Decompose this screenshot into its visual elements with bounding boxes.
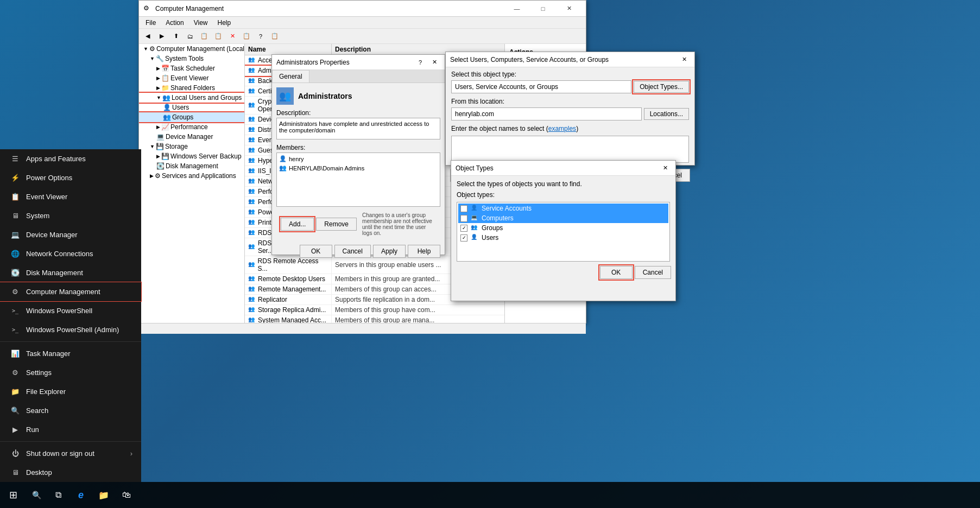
object-types-button[interactable]: Object Types... [634, 81, 689, 93]
obj-types-close-btn[interactable]: ✕ [659, 162, 671, 174]
tree-local-users-groups[interactable]: ▼ 👥 Local Users and Groups [139, 93, 244, 103]
admin-props-close-btn[interactable]: ✕ [428, 56, 440, 68]
select-users-title: Select Users, Computers, Service Account… [450, 56, 676, 63]
sidebar-item-desktop[interactable]: 🖥 Desktop [0, 463, 141, 482]
group-desc-cell: Members of this group are mana... [332, 315, 504, 323]
sidebar-item-search[interactable]: 🔍 Search [0, 401, 141, 420]
group-icon: 👥 [248, 87, 256, 95]
help-button[interactable]: Help [408, 245, 440, 258]
object-type-input[interactable] [451, 80, 631, 93]
task-view-button[interactable]: ⧉ [47, 482, 69, 508]
close-button[interactable]: ✕ [557, 1, 581, 17]
sidebar-item-powershell-admin[interactable]: >_ Windows PowerShell (Admin) [0, 320, 141, 339]
expand-icon: ▶ [156, 124, 160, 130]
tree-performance[interactable]: ▶ 📈 Performance [139, 122, 244, 132]
tree-storage[interactable]: ▼ 💾 Storage [139, 142, 244, 151]
tree-shared-folders[interactable]: ▶ 📁 Shared Folders [139, 83, 244, 93]
ok-button[interactable]: OK [300, 245, 332, 258]
toolbar-extra[interactable]: 📋 [268, 30, 281, 42]
select-users-close-btn[interactable]: ✕ [678, 54, 690, 66]
group-icon: 👥 [248, 77, 256, 85]
sidebar-item-power-options[interactable]: ⚡ Power Options [0, 168, 141, 187]
sidebar-item-system[interactable]: 🖥 System [0, 206, 141, 225]
obj-types-list: ✓ 👤 Service Accounts ✓ 💻 Computers ✓ 👥 G… [457, 202, 670, 262]
sidebar-item-disk-management[interactable]: 💽 Disk Management [0, 263, 141, 282]
toolbar-copy[interactable]: 📋 [198, 30, 211, 42]
tree-users[interactable]: 👤 Users [139, 103, 244, 112]
object-type-label: Select this object type: [446, 67, 694, 79]
object-type-row: Object Types... [446, 79, 694, 94]
toolbar-paste[interactable]: 📋 [212, 30, 225, 42]
users-checkbox[interactable]: ✓ [460, 234, 467, 242]
storage-icon: 💾 [156, 143, 164, 150]
list-item[interactable]: 👥Storage Replica Admi... Members of this… [245, 305, 504, 315]
toolbar-up[interactable]: ⬆ [169, 30, 182, 42]
member-item-henry[interactable]: 👤 henry [278, 154, 439, 163]
toolbar-show-hide[interactable]: 🗂 [184, 30, 197, 42]
toolbar-delete[interactable]: ✕ [226, 30, 239, 42]
menu-file[interactable]: File [141, 18, 160, 28]
object-names-textarea[interactable] [451, 136, 689, 163]
examples-link[interactable]: examples [548, 125, 576, 132]
toolbar-back[interactable]: ◀ [141, 30, 154, 42]
location-input[interactable] [451, 107, 642, 120]
sidebar-item-network-connections[interactable]: 🌐 Network Connections [0, 244, 141, 263]
tree-event-viewer[interactable]: ▶ 📋 Event Viewer [139, 73, 244, 83]
file-explorer-icon: 📁 [11, 388, 20, 396]
toolbar-properties[interactable]: 📋 [240, 30, 253, 42]
sidebar-item-settings[interactable]: ⚙ Settings [0, 363, 141, 382]
remove-button[interactable]: Remove [316, 218, 357, 231]
menu-action[interactable]: Action [161, 18, 188, 28]
computers-checkbox[interactable]: ✓ [460, 215, 467, 222]
toolbar-forward[interactable]: ▶ [155, 30, 168, 42]
device-manager-tree-icon: 💻 [156, 133, 165, 141]
explorer-taskbar-icon[interactable]: 📁 [92, 482, 115, 508]
sidebar-item-event-viewer[interactable]: 📋 Event Viewer [0, 187, 141, 206]
store-taskbar-icon[interactable]: 🛍 [115, 482, 138, 508]
tree-services-apps[interactable]: ▶ ⚙ Services and Applications [139, 171, 244, 181]
sidebar-item-powershell[interactable]: >_ Windows PowerShell [0, 301, 141, 320]
tree-system-tools[interactable]: ▼ 🔧 System Tools [139, 54, 244, 63]
taskbar-search-icon[interactable]: 🔍 [26, 485, 47, 505]
admin-props-help-btn[interactable]: ? [414, 56, 426, 68]
tree-task-scheduler[interactable]: ▶ 📅 Task Scheduler [139, 63, 244, 73]
ie-taskbar-icon[interactable]: e [69, 482, 92, 508]
menu-view[interactable]: View [189, 18, 212, 28]
locations-button[interactable]: Locations... [644, 108, 689, 120]
ot-ok-button[interactable]: OK [600, 266, 633, 279]
ot-item-service-accounts[interactable]: ✓ 👤 Service Accounts [458, 204, 668, 213]
tree-comp-mgmt[interactable]: ▼ ⚙ Computer Management (Local [139, 44, 244, 54]
sidebar-item-computer-management[interactable]: ⚙ Computer Management [0, 282, 141, 301]
system-icon: 🖥 [11, 212, 20, 220]
sidebar-item-shutdown[interactable]: ⏻ Shut down or sign out › [0, 444, 141, 463]
service-accounts-checkbox[interactable]: ✓ [460, 205, 467, 212]
tree-groups[interactable]: 👥 Groups [139, 112, 244, 122]
tree-disk-management[interactable]: 💽 Disk Management [139, 161, 244, 171]
sidebar-item-file-explorer[interactable]: 📁 File Explorer [0, 382, 141, 401]
menu-help[interactable]: Help [213, 18, 236, 28]
tree-windows-backup[interactable]: ▶ 💾 Windows Server Backup [139, 151, 244, 161]
tree-device-manager[interactable]: 💻 Device Manager [139, 132, 244, 142]
minimize-button[interactable]: — [504, 1, 529, 17]
tab-general[interactable]: General [272, 70, 309, 82]
member-item-domain-admins[interactable]: 👥 HENRYLAB\Domain Admins [278, 163, 439, 173]
list-item[interactable]: 👥System Managed Acc... Members of this g… [245, 315, 504, 323]
sidebar-item-task-manager[interactable]: 📊 Task Manager [0, 344, 141, 363]
add-button[interactable]: Add... [281, 218, 314, 231]
groups-checkbox[interactable]: ✓ [460, 225, 467, 232]
toolbar-help[interactable]: ? [254, 30, 267, 42]
sidebar-item-run[interactable]: ▶ Run [0, 420, 141, 439]
cancel-button[interactable]: Cancel [334, 245, 371, 258]
sidebar-item-device-manager[interactable]: 💻 Device Manager [0, 225, 141, 244]
ot-item-groups[interactable]: ✓ 👥 Groups [458, 223, 668, 233]
system-tools-label: System Tools [165, 55, 204, 62]
start-button[interactable]: ⊞ [0, 482, 26, 508]
apply-button[interactable]: Apply [373, 245, 406, 258]
ot-item-users[interactable]: ✓ 👤 Users [458, 233, 668, 243]
ot-item-computers[interactable]: ✓ 💻 Computers [458, 213, 668, 223]
admin-props-titlebar: Administrators Properties ? ✕ [272, 55, 445, 70]
sidebar-item-apps-features[interactable]: ☰ Apps and Features [0, 149, 141, 168]
maximize-button[interactable]: □ [530, 1, 555, 17]
ot-cancel-button[interactable]: Cancel [635, 266, 671, 279]
group-icon: 👥 [248, 306, 256, 314]
